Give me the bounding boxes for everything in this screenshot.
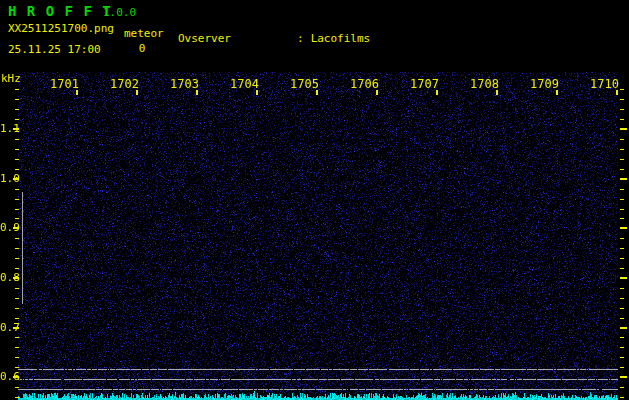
info-value: Lacofilms <box>311 32 371 46</box>
y-tick-right <box>620 89 624 90</box>
y-tick-right <box>620 298 624 299</box>
y-tick <box>15 387 19 388</box>
y-tick-right <box>620 376 627 378</box>
x-tick <box>616 90 618 95</box>
y-tick <box>15 347 19 348</box>
x-tick <box>256 90 258 95</box>
y-tick <box>15 288 19 289</box>
y-tick <box>15 318 19 319</box>
y-tick-right <box>620 238 624 239</box>
y-tick-right <box>620 387 624 388</box>
y-tick-right <box>620 99 624 100</box>
y-tick-right <box>620 149 624 150</box>
info-label: Ovserver <box>178 32 297 46</box>
y-tick <box>15 268 19 269</box>
y-tick-right <box>620 139 624 140</box>
x-tick-label: 1710 <box>587 77 619 91</box>
info-row-observer: Ovserver:Lacofilms <box>178 32 463 46</box>
y-tick-label: 1.1 <box>0 122 17 135</box>
x-tick <box>436 90 438 95</box>
y-tick <box>15 89 19 90</box>
y-tick-label: 0.7 <box>0 321 17 334</box>
x-tick <box>376 90 378 95</box>
y-tick-right <box>620 169 624 170</box>
y-tick-right <box>620 178 627 180</box>
colon-separator: : <box>297 32 304 46</box>
y-tick-label: 0.8 <box>0 271 17 284</box>
x-tick <box>496 90 498 95</box>
y-tick-right <box>620 308 624 309</box>
x-tick <box>196 90 198 95</box>
x-tick-label: 1706 <box>347 77 379 91</box>
y-tick-right <box>620 227 627 229</box>
spectrogram-canvas <box>18 72 618 400</box>
y-tick-right <box>620 347 624 348</box>
y-tick-right <box>620 268 624 269</box>
y-tick-right <box>620 109 624 110</box>
y-tick <box>15 308 19 309</box>
meteor-count: 0 <box>124 42 160 55</box>
y-tick <box>15 199 19 200</box>
mode-label: meteor <box>124 27 164 40</box>
y-tick <box>15 99 19 100</box>
y-tick-right <box>620 327 627 329</box>
output-filename: XX2511251700.png <box>8 22 114 35</box>
y-tick <box>15 258 19 259</box>
y-tick <box>15 397 19 398</box>
y-tick <box>15 218 19 219</box>
x-tick <box>136 90 138 95</box>
y-tick-right <box>620 357 624 358</box>
y-tick-label: 0.9 <box>0 221 17 234</box>
x-tick-label: 1707 <box>407 77 439 91</box>
x-tick-label: 1709 <box>527 77 559 91</box>
y-tick <box>15 367 19 368</box>
y-tick <box>15 337 19 338</box>
x-tick <box>316 90 318 95</box>
y-tick-right <box>620 189 624 190</box>
y-tick-right <box>620 288 624 289</box>
x-tick-label: 1705 <box>287 77 319 91</box>
y-tick-right <box>620 159 624 160</box>
y-tick <box>15 248 19 249</box>
y-tick <box>15 209 19 210</box>
y-tick-right <box>620 277 627 279</box>
x-tick-label: 1703 <box>167 77 199 91</box>
y-tick-right <box>620 367 624 368</box>
y-tick-label: 1.0 <box>0 172 17 185</box>
y-tick <box>15 109 19 110</box>
y-tick-right <box>620 318 624 319</box>
app-version: 1.0.0 <box>103 6 136 19</box>
app-title: H R O F F T <box>8 3 112 19</box>
y-tick <box>15 238 19 239</box>
y-tick-right <box>620 119 624 120</box>
y-tick-right <box>620 397 624 398</box>
x-tick-label: 1704 <box>227 77 259 91</box>
y-tick-right <box>620 128 627 130</box>
y-tick-right <box>620 248 624 249</box>
y-tick <box>15 119 19 120</box>
y-tick-label: 0.6 <box>0 370 17 383</box>
x-tick <box>556 90 558 95</box>
y-tick <box>15 189 19 190</box>
x-tick-label: 1708 <box>467 77 499 91</box>
y-tick <box>15 149 19 150</box>
y-tick <box>15 357 19 358</box>
y-tick <box>15 139 19 140</box>
y-tick <box>15 169 19 170</box>
y-tick-right <box>620 258 624 259</box>
x-tick-label: 1702 <box>107 77 139 91</box>
y-tick-right <box>620 209 624 210</box>
y-tick-right <box>620 337 624 338</box>
y-tick-right <box>620 199 624 200</box>
y-axis-unit-label: kHz <box>1 72 21 85</box>
y-tick-right <box>620 218 624 219</box>
x-tick-label: 1701 <box>47 77 79 91</box>
y-tick <box>15 159 19 160</box>
datetime-label: 25.11.25 17:00 <box>8 43 101 56</box>
y-tick <box>15 298 19 299</box>
x-tick <box>76 90 78 95</box>
hrofft-window: H R O F F T 1.0.0 XX2511251700.png meteo… <box>0 0 629 400</box>
